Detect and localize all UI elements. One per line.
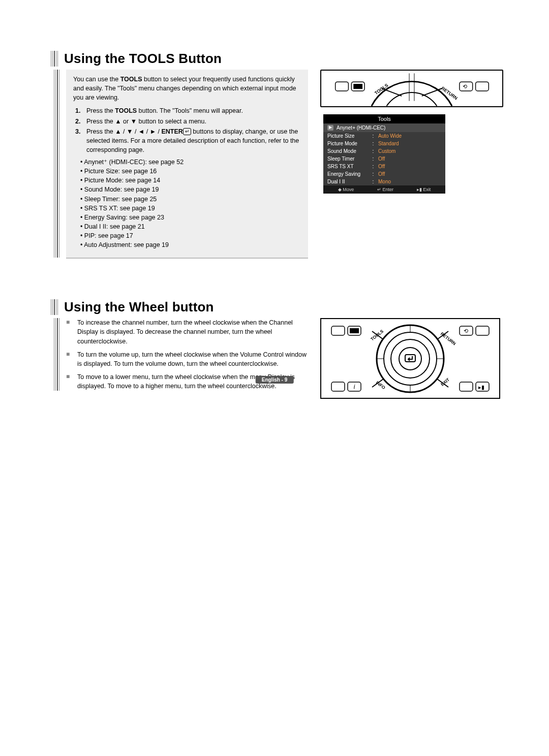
list-item: Energy Saving: see page 23 — [80, 213, 301, 222]
svg-rect-23 — [331, 326, 345, 335]
list-item: Picture Size: see page 16 — [80, 167, 301, 176]
osd-row: Picture Size:Auto Wide — [323, 132, 445, 140]
list-item: Anynet⁺ (HDMI-CEC): see page 52 — [80, 158, 301, 167]
osd-legend: ◆ Move ↵ Enter ▸▮ Exit — [323, 185, 445, 194]
svg-rect-31 — [350, 328, 359, 333]
remote-illustration-top: TOOLS RETURN ⟲ — [320, 70, 503, 107]
osd-row: Sleep Timer:Off — [323, 155, 445, 163]
heading-tools: Using the TOOLS Button — [64, 51, 222, 67]
osd-highlight-row: ▶ Anynet+ (HDMI-CEC) — [323, 123, 445, 132]
enter-icon: ↵ — [183, 128, 191, 135]
svg-rect-2 — [336, 82, 349, 91]
osd-row: Picture Mode:Standard — [323, 140, 445, 147]
svg-text:i: i — [353, 383, 355, 390]
list-item: Sound Mode: see page 19 — [80, 185, 301, 194]
remote-wheel-illustration: i ⟲ ▸▮ TOOLS RETURN INFO EXIT — [320, 318, 500, 399]
bullet-item: ■To increase the channel number, turn th… — [66, 318, 308, 345]
osd-row: Sound Mode:Custom — [323, 147, 445, 155]
list-item: PIP: see page 17 — [80, 231, 301, 240]
svg-rect-26 — [476, 326, 489, 335]
tools-intro-text: You can use the TOOLS button to select y… — [73, 75, 301, 102]
section-tools-button: Using the TOOLS Button You can use the T… — [51, 51, 503, 259]
section-wheel-button: Using the Wheel button ■To increase the … — [51, 299, 503, 399]
list-item: Auto Adjustment: see page 19 — [80, 240, 301, 249]
osd-row: SRS TS XT:Off — [323, 163, 445, 170]
svg-rect-5 — [476, 82, 489, 91]
heading-ornament — [51, 51, 59, 67]
svg-text:▸▮: ▸▮ — [478, 384, 484, 390]
svg-rect-27 — [331, 382, 345, 391]
heading-wheel: Using the Wheel button — [64, 299, 214, 315]
page-footer: English - 9 — [256, 376, 294, 384]
osd-row: Energy Saving:Off — [323, 170, 445, 178]
page-reference-list: Anynet⁺ (HDMI-CEC): see page 52 Picture … — [73, 158, 301, 249]
heading-ornament — [51, 299, 59, 315]
bullet-item: ■To turn the volume up, turn the wheel c… — [66, 350, 308, 368]
osd-tools-menu: Tools ▶ Anynet+ (HDMI-CEC) Picture Size:… — [323, 114, 445, 194]
svg-text:⟲: ⟲ — [463, 83, 467, 89]
step-2: 2. Press the ▲ or ▼ button to select a m… — [75, 117, 301, 126]
list-item: SRS TS XT: see page 19 — [80, 204, 301, 213]
osd-row: Dual I II:Mono — [323, 178, 445, 185]
svg-text:RETURN: RETURN — [440, 331, 457, 346]
osd-title: Tools — [323, 114, 445, 123]
list-item: Sleep Timer: see page 25 — [80, 195, 301, 204]
instruction-box-tools: You can use the TOOLS button to select y… — [66, 70, 308, 259]
svg-rect-9 — [353, 84, 362, 89]
step-3: 3. Press the ▲ / ▼ / ◄ / ► / ENTER↵ butt… — [75, 127, 301, 154]
svg-text:⟲: ⟲ — [464, 328, 468, 334]
step-1: 1. Press the TOOLS button. The "Tools" m… — [75, 106, 301, 115]
bold-tools-word: TOOLS — [120, 76, 142, 83]
svg-rect-29 — [460, 382, 473, 391]
list-item: Dual I II: see page 21 — [80, 222, 301, 231]
list-item: Picture Mode: see page 14 — [80, 176, 301, 185]
